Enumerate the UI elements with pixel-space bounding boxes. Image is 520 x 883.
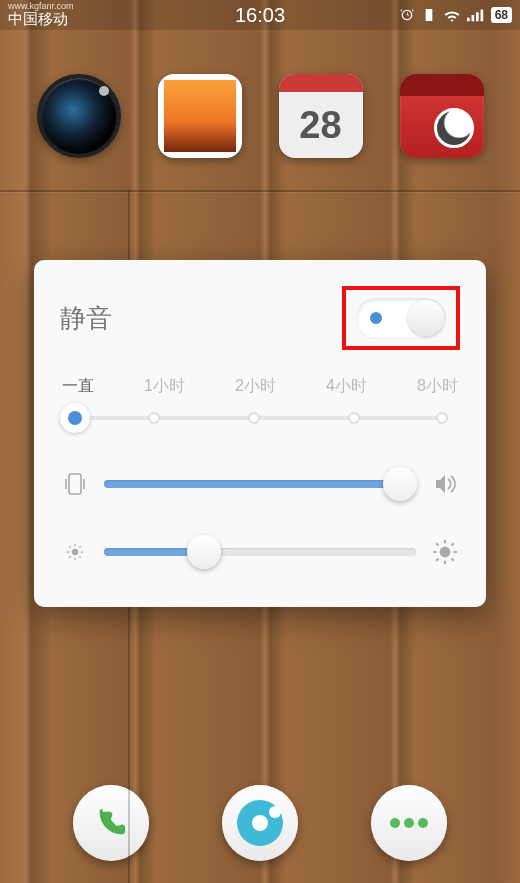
svg-rect-4 [69, 474, 81, 494]
vibrate-icon [60, 471, 90, 497]
brightness-low-icon [60, 542, 90, 562]
duration-label-4: 8小时 [417, 376, 458, 397]
brightness-slider[interactable] [104, 535, 416, 569]
vibrate-icon [421, 7, 437, 23]
duration-label-0: 一直 [62, 376, 94, 397]
camera-app-icon[interactable] [37, 74, 121, 158]
messages-dock-button[interactable] [371, 785, 447, 861]
duration-labels: 一直 1小时 2小时 4小时 8小时 [60, 376, 460, 397]
popup-title: 静音 [60, 301, 112, 336]
svg-rect-1 [471, 15, 474, 21]
carrier-label: 中国移动 [8, 10, 68, 29]
svg-rect-2 [476, 12, 479, 21]
duration-label-1: 1小时 [144, 376, 185, 397]
home-icon-row: 28 [0, 74, 520, 158]
dock [0, 785, 520, 861]
status-bar: www.kgfanr.com 中国移动 16:03 68 [0, 0, 520, 30]
svg-rect-3 [480, 10, 483, 22]
duration-label-2: 2小时 [235, 376, 276, 397]
volume-knob [383, 467, 417, 501]
volume-slider[interactable] [104, 467, 416, 501]
calendar-app-icon[interactable]: 28 [279, 74, 363, 158]
alarm-icon [399, 7, 415, 23]
speaker-icon [430, 473, 460, 495]
mute-toggle[interactable] [356, 298, 446, 338]
music-dock-button[interactable] [222, 785, 298, 861]
mute-duration-slider[interactable] [60, 403, 460, 433]
toggle-knob [408, 300, 444, 336]
brightness-knob [187, 535, 221, 569]
clock: 16:03 [235, 4, 285, 27]
wifi-icon [443, 8, 461, 22]
gallery-app-icon[interactable] [158, 74, 242, 158]
battery-badge: 68 [491, 7, 512, 23]
duration-knob [60, 403, 90, 433]
duration-label-3: 4小时 [326, 376, 367, 397]
calendar-day: 28 [279, 92, 363, 158]
volume-popup: 静音 一直 1小时 2小时 4小时 8小时 [34, 260, 486, 607]
message-dots-icon [388, 814, 430, 832]
svg-point-5 [72, 549, 79, 556]
svg-rect-0 [467, 18, 470, 22]
phone-dock-button[interactable] [73, 785, 149, 861]
svg-point-6 [440, 547, 451, 558]
watermark-url: www.kgfanr.com [8, 1, 74, 11]
signal-icon [467, 8, 485, 22]
home-screen: www.kgfanr.com 中国移动 16:03 68 28 静音 [0, 0, 520, 883]
brightness-high-icon [430, 539, 460, 565]
highlight-box [342, 286, 460, 350]
weibo-app-icon[interactable] [400, 74, 484, 158]
